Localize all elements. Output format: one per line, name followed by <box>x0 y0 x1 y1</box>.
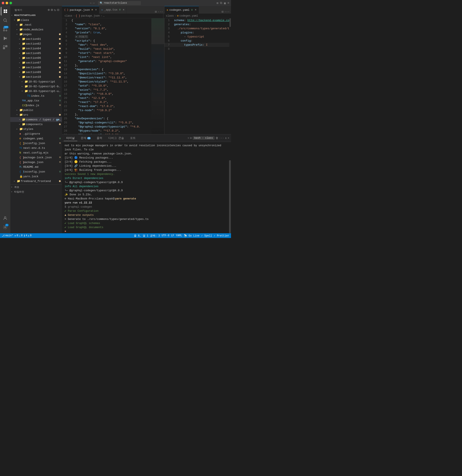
sidebar-item-components[interactable]: ▸ 📁 components <box>10 122 62 127</box>
customize-icon[interactable]: ≡ <box>227 1 229 5</box>
breadcrumb-class[interactable]: class <box>65 14 72 17</box>
split-icon[interactable]: ⧉ <box>220 1 222 5</box>
split-editor-icon[interactable]: ⊡ <box>155 10 157 14</box>
sidebar-item-ts02[interactable]: ▸ 📁 10-02-typescript-board <box>10 84 62 89</box>
more-icon[interactable]: ··· <box>158 10 163 14</box>
sidebar-item-section05[interactable]: ▸ 📁 section05 <box>10 51 62 56</box>
minimap-slider[interactable] <box>151 18 164 44</box>
sidebar-item-section07[interactable]: ▸ 📁 section07 <box>10 60 62 65</box>
global-search[interactable]: 🔍 reactstartclass <box>98 1 141 5</box>
status-info[interactable]: ℹ 4 ⚓ 0 <box>24 234 32 237</box>
sidebar-item-styles[interactable]: ▸ 📁 styles <box>10 127 62 131</box>
more-icon[interactable]: ··· <box>219 136 224 140</box>
sidebar-item-section02[interactable]: ▸ 📁 section02 <box>10 41 62 46</box>
search-activity-icon[interactable] <box>1 16 9 25</box>
sidebar-item-index-ts[interactable]: TS index.ts U <box>10 94 62 98</box>
panel-tab-terminal[interactable]: 터미널 <box>64 135 77 141</box>
trash-icon[interactable]: 🗑 <box>216 136 218 140</box>
breadcrumb-yaml[interactable]: codegen.yaml <box>180 14 198 17</box>
new-terminal-icon[interactable]: + <box>187 136 189 140</box>
split-terminal-icon[interactable]: ⊡ <box>190 136 192 140</box>
collapse-icon[interactable]: ⊟ <box>57 8 59 12</box>
sidebar-item-class[interactable]: ▾ 📁 class <box>10 18 62 22</box>
panel-icon[interactable]: ▣ <box>224 1 226 5</box>
sidebar-item-next[interactable]: ▸ 📁 .next <box>10 22 62 27</box>
status-errors[interactable]: ✕ 0 ⚠ 0 <box>14 234 23 237</box>
tab-codegen-yaml[interactable]: ⚙ codegen.yaml U × <box>164 6 199 14</box>
sidebar-item-section10[interactable]: ▾ 📁 section10 <box>10 75 62 79</box>
refresh-icon[interactable]: ↻ <box>54 8 56 12</box>
new-file-icon[interactable]: ⊕ <box>48 8 50 12</box>
panel-tab-problems[interactable]: 문제 4 <box>78 135 93 141</box>
sidebar-item-section09[interactable]: ▸ 📁 section09 <box>10 70 62 75</box>
go-live-button[interactable]: 📡 Go Live <box>184 234 200 237</box>
panel-tab-output[interactable]: 출력 <box>94 135 105 141</box>
sidebar-item-commons-generated[interactable]: ▾ 📁 commons / types / generated <box>10 117 62 122</box>
cursor-position[interactable]: 줄 8, 열 1 <box>134 234 148 238</box>
left-code-area[interactable]: 1 { 2 "name": "class", 3 "version": "0.1… <box>62 18 151 134</box>
sidebar-item-section04[interactable]: ▸ 📁 section04 <box>10 46 62 51</box>
sidebar-item-ts03[interactable]: ▾ 📁 10-03-typescript-utility-type <box>10 89 62 94</box>
sidebar-item-freeboard[interactable]: ▸ 📁 freeboard_frontend <box>10 179 62 184</box>
close-panel-icon[interactable]: × <box>227 136 229 140</box>
sidebar-item-section06[interactable]: ▸ 📁 section06 <box>10 56 62 60</box>
split-editor-icon[interactable]: ⊡ <box>221 10 223 14</box>
sidebar-item-public[interactable]: ▸ 📁 public <box>10 108 62 112</box>
chevron-up-icon[interactable]: ∧ <box>225 136 227 140</box>
maximize-button[interactable] <box>9 2 12 4</box>
explorer-activity-icon[interactable] <box>1 7 9 16</box>
forward-arrow[interactable]: → <box>93 1 94 5</box>
encoding[interactable]: UTF-8 <box>162 234 169 237</box>
tab-package-json[interactable]: { } package.json M × <box>62 6 99 14</box>
tab-close-icon[interactable]: × <box>95 8 97 12</box>
more-icon[interactable]: ··· <box>224 10 230 14</box>
panel-tab-debug[interactable]: 디버그 콘솔 <box>106 135 126 141</box>
sidebar-item-app-tsx[interactable]: TSX _app.tsx U <box>10 98 62 103</box>
sidebar-item-timeline[interactable]: ▸ 타임라인 <box>10 189 62 194</box>
sidebar-item-tsconfig[interactable]: { } tsconfig.json U <box>10 169 62 174</box>
right-scrollbar[interactable] <box>229 18 231 134</box>
breadcrumb-file[interactable]: package.json <box>81 14 100 17</box>
prettier[interactable]: ✓ Prettier <box>214 234 229 237</box>
sidebar-item-index-js[interactable]: (){} index.js M <box>10 103 62 108</box>
back-arrow[interactable]: ← <box>90 1 92 5</box>
layout-icon[interactable]: ⊞ <box>217 1 218 5</box>
sidebar-item-package-json[interactable]: { } package.json M <box>10 160 62 165</box>
terminal-scrollbar[interactable] <box>229 142 231 233</box>
language-mode[interactable]: YAML <box>176 234 182 237</box>
extensions-activity-icon[interactable] <box>1 43 9 52</box>
tab-app-tsx[interactable]: ◇ _app.tsx U × <box>99 6 127 14</box>
sidebar-item-codegen-yaml[interactable]: ⚙ codegen.yaml U <box>10 136 62 141</box>
sidebar-item-next-config[interactable]: N next.config.mjs <box>10 150 62 155</box>
sidebar-item-src[interactable]: ▾ 📁 src <box>10 112 62 117</box>
sidebar-item-yarn-lock[interactable]: 🔒 yarn.lock <box>10 174 62 179</box>
new-folder-icon[interactable]: ⊞ <box>51 8 53 12</box>
sidebar-item-readme[interactable]: M↓ README.md <box>10 165 62 169</box>
breadcrumb-ellipsis[interactable]: … <box>103 14 104 17</box>
sidebar-item-root[interactable]: ▾ REACTSTARTCLASS <box>10 13 62 18</box>
source-control-activity-icon[interactable]: 103 <box>1 25 9 34</box>
sidebar-item-outline[interactable]: ▸ 개요 <box>10 185 62 189</box>
run-activity-icon[interactable] <box>1 34 9 43</box>
close-button[interactable] <box>2 2 4 4</box>
sidebar-item-gitignore[interactable]: ◈ .gitignore <box>10 131 62 136</box>
sidebar-item-ts01[interactable]: ▸ 📁 10-01-typescript <box>10 79 62 84</box>
minimize-button[interactable] <box>6 2 8 4</box>
indentation[interactable]: 공백: 3 <box>150 234 160 238</box>
sidebar-item-pages[interactable]: ▾ 📁 pages <box>10 32 62 37</box>
sidebar-item-section08[interactable]: ▸ 📁 section08 <box>10 65 62 70</box>
spell-check[interactable]: ✓ Spell <box>201 234 212 237</box>
sidebar-item-section01[interactable]: ▸ 📁 section01 <box>10 37 62 41</box>
line-ending[interactable]: LF <box>171 234 174 237</box>
right-code-area[interactable]: 1 schema: http://backend-example.codeboo… <box>164 18 229 134</box>
tab-close-icon[interactable]: × <box>123 8 125 12</box>
sidebar-item-next-env[interactable]: TS next-env.d.ts <box>10 146 62 150</box>
sidebar-item-node-modules[interactable]: ▸ 📁 node_modules <box>10 27 62 32</box>
panel-tab-ports[interactable]: 포트 <box>127 135 138 141</box>
tab-close-icon[interactable]: × <box>195 8 196 12</box>
sidebar-item-jsconfig[interactable]: { } jsconfig.json M <box>10 141 62 146</box>
status-git-branch[interactable]: ⎇ main* <box>2 234 13 237</box>
settings-activity-icon[interactable]: 1 <box>1 223 9 231</box>
terminal-content[interactable]: not to mix package managers in order to … <box>62 142 229 233</box>
account-activity-icon[interactable] <box>1 214 9 222</box>
